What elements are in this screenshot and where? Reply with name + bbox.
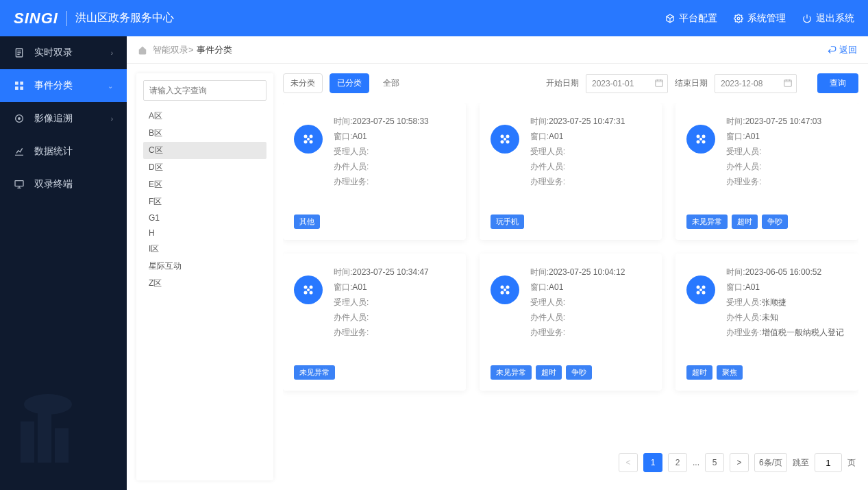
svg-point-43 — [506, 291, 509, 295]
system-manage-label: 系统管理 — [747, 12, 786, 25]
film-icon — [491, 125, 519, 154]
sidebar-decoration — [0, 367, 127, 490]
breadcrumb-root[interactable]: 智能双录 — [153, 44, 188, 56]
sidebar-item-label: 事件分类 — [34, 79, 73, 92]
tree-item[interactable]: A区 — [143, 108, 266, 125]
platform-config-label: 平台配置 — [679, 12, 717, 25]
tag: 超时 — [536, 365, 562, 380]
logout-link[interactable]: 退出系统 — [802, 12, 854, 25]
svg-point-16 — [304, 135, 308, 138]
svg-point-25 — [506, 140, 509, 144]
sidebar-item-label: 实时双录 — [34, 47, 73, 59]
tree-item[interactable]: D区 — [143, 159, 266, 176]
doc-icon — [14, 47, 25, 58]
svg-point-7 — [18, 117, 21, 120]
svg-point-48 — [697, 291, 700, 295]
query-button[interactable]: 查询 — [817, 73, 858, 93]
svg-point-29 — [702, 135, 706, 138]
film-icon — [686, 125, 715, 154]
breadcrumb-sep: > — [188, 45, 194, 55]
tab-classified[interactable]: 已分类 — [330, 73, 369, 93]
breadcrumb-current: 事件分类 — [197, 44, 232, 56]
tree-item[interactable]: F区 — [143, 193, 266, 210]
svg-point-26 — [504, 138, 506, 140]
system-manage-link[interactable]: 系统管理 — [734, 12, 786, 25]
sidebar-item-label: 数据统计 — [34, 145, 73, 158]
tree-item[interactable]: I区 — [143, 241, 266, 258]
jump-input[interactable] — [815, 453, 842, 472]
sidebar-item-4[interactable]: 双录终端 — [0, 168, 127, 201]
breadcrumb: 智能双录 > 事件分类 返回 — [127, 36, 868, 64]
event-card[interactable]: 时间:2023-06-05 16:00:52窗口:A01受理人员:张顺捷办件人员… — [675, 254, 858, 391]
filter-bar: 未分类 已分类 全部 开始日期 结束日期 查询 — [283, 73, 858, 93]
tag: 其他 — [294, 215, 320, 229]
svg-point-42 — [500, 291, 504, 295]
film-icon — [294, 275, 323, 304]
chevron-icon: › — [111, 115, 113, 123]
event-card[interactable]: 时间:2023-07-25 10:58:33窗口:A01受理人员:办件人员:办理… — [283, 103, 466, 240]
tag: 玩手机 — [491, 215, 524, 229]
svg-point-0 — [737, 17, 740, 20]
tree-item[interactable]: G1 — [143, 210, 266, 225]
sidebar: 实时双录›事件分类⌄影像追溯›数据统计双录终端 — [0, 36, 127, 490]
svg-rect-14 — [784, 79, 792, 86]
svg-point-50 — [699, 289, 702, 291]
tree-search-input[interactable] — [143, 80, 266, 101]
svg-point-35 — [310, 286, 313, 289]
page-last[interactable]: 5 — [705, 453, 724, 472]
tag: 超时 — [686, 365, 712, 380]
event-card[interactable]: 时间:2023-07-25 10:34:47窗口:A01受理人员:办件人员:办理… — [283, 254, 466, 391]
tag: 争吵 — [566, 365, 592, 380]
card-info: 时间:2023-06-05 16:00:52窗口:A01受理人员:张顺捷办件人员… — [726, 265, 843, 360]
tree-list: A区B区C区D区E区F区G1HI区星际互动Z区 — [143, 108, 266, 292]
chart-icon — [14, 146, 25, 157]
card-info: 时间:2023-07-25 10:58:33窗口:A01受理人员:办件人员:办理… — [334, 114, 429, 209]
tree-item[interactable]: Z区 — [143, 275, 266, 292]
sidebar-item-3[interactable]: 数据统计 — [0, 135, 127, 168]
chevron-icon: › — [111, 49, 113, 57]
tab-unclassified[interactable]: 未分类 — [283, 73, 323, 93]
event-card[interactable]: 时间:2023-07-25 10:47:03窗口:A01受理人员:办件人员:办理… — [675, 103, 858, 240]
divider — [66, 11, 67, 26]
svg-point-47 — [702, 286, 706, 289]
tree-item[interactable]: H — [143, 225, 266, 241]
svg-point-38 — [307, 289, 310, 291]
event-card[interactable]: 时间:2023-07-25 10:47:31窗口:A01受理人员:办件人员:办理… — [480, 103, 662, 240]
svg-rect-11 — [55, 428, 69, 463]
jump-label: 跳至 — [793, 457, 809, 469]
page-next[interactable]: > — [730, 453, 749, 472]
svg-point-28 — [697, 135, 700, 138]
page-size[interactable]: 6条/页 — [754, 453, 787, 472]
svg-rect-5 — [20, 86, 23, 90]
svg-rect-2 — [15, 82, 18, 85]
svg-point-23 — [506, 135, 509, 138]
event-card[interactable]: 时间:2023-07-25 10:04:12窗口:A01受理人员:办件人员:办理… — [480, 254, 662, 391]
app-title: 洪山区政务服务中心 — [75, 11, 174, 25]
calendar-icon — [654, 78, 664, 88]
tree-item[interactable]: B区 — [143, 125, 266, 142]
platform-config-link[interactable]: 平台配置 — [665, 12, 717, 25]
svg-point-31 — [702, 140, 706, 144]
tree-item[interactable]: E区 — [143, 176, 266, 193]
tag-list: 其他 — [294, 215, 455, 229]
tree-item[interactable]: 星际互动 — [143, 258, 266, 275]
sidebar-item-2[interactable]: 影像追溯› — [0, 102, 127, 135]
page-2[interactable]: 2 — [668, 453, 687, 472]
sidebar-item-1[interactable]: 事件分类⌄ — [0, 69, 127, 102]
svg-point-34 — [304, 286, 308, 289]
page-prev[interactable]: < — [619, 453, 638, 472]
back-icon — [827, 45, 836, 55]
page-1[interactable]: 1 — [643, 453, 662, 472]
pagination: < 1 2 ... 5 > 6条/页 跳至 页 — [283, 445, 858, 480]
svg-point-32 — [699, 138, 702, 140]
card-info: 时间:2023-07-25 10:47:31窗口:A01受理人员:办件人员:办理… — [530, 114, 625, 209]
tree-item[interactable]: C区 — [143, 142, 266, 159]
page-ellipsis: ... — [693, 458, 699, 467]
svg-rect-13 — [656, 79, 663, 86]
sidebar-item-0[interactable]: 实时双录› — [0, 36, 127, 69]
svg-rect-8 — [15, 181, 23, 186]
back-button[interactable]: 返回 — [827, 44, 857, 56]
tab-all[interactable]: 全部 — [376, 74, 406, 93]
tag-list: 玩手机 — [491, 215, 652, 229]
start-date-label: 开始日期 — [546, 77, 579, 89]
